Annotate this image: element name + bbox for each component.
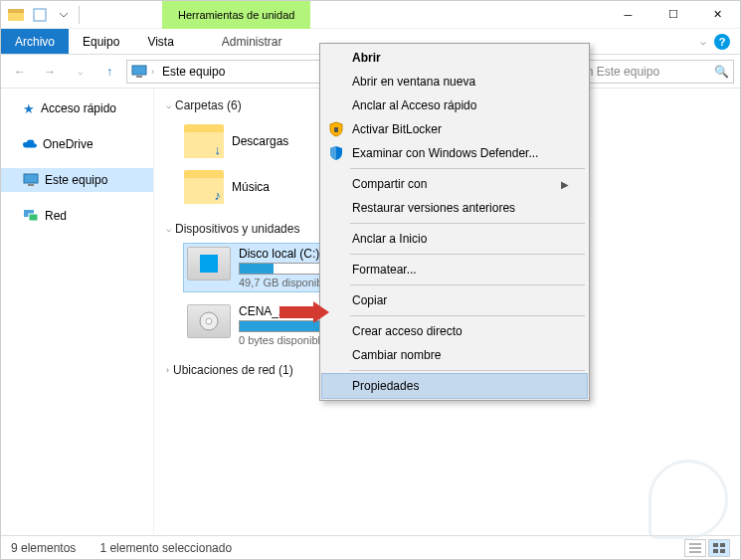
sidebar-item-onedrive[interactable]: OneDrive [1,132,153,156]
cm-format[interactable]: Formatear... [322,258,587,281]
separator [350,370,585,371]
annotation-arrow [279,301,329,323]
svg-rect-2 [34,9,46,21]
separator [350,168,585,169]
cloud-icon [23,137,37,151]
cm-create-shortcut[interactable]: Crear acceso directo [322,319,587,343]
group-title: Ubicaciones de red (1) [173,363,293,377]
folder-icon: ♪ [184,170,224,204]
tab-file[interactable]: Archivo [1,29,69,54]
navigation-pane: ★ Acceso rápido OneDrive Este equipo Red [1,89,154,534]
cm-properties[interactable]: Propiedades [322,374,587,398]
network-icon [23,209,39,223]
svg-rect-5 [24,174,38,183]
drive-fill [240,264,274,274]
svg-rect-11 [334,127,338,132]
search-icon: 🔍 [714,65,729,79]
sidebar-label: Este equipo [45,173,107,187]
title-bar: Herramientas de unidad ─ ☐ ✕ [1,1,740,29]
sidebar-item-this-pc[interactable]: Este equipo [1,168,153,192]
status-item-count: 9 elementos [11,541,76,555]
chevron-down-icon: ⌵ [166,100,171,110]
cm-restore-versions[interactable]: Restaurar versiones anteriores [322,196,587,220]
submenu-arrow-icon: ▶ [561,179,569,190]
cm-share-with[interactable]: Compartir con▶ [322,172,587,196]
search-input[interactable]: en Este equipo 🔍 [575,60,734,84]
star-icon: ★ [23,101,35,116]
sidebar-label: Red [45,209,67,223]
cm-copy[interactable]: Copiar [322,288,587,312]
pc-icon [131,65,147,79]
sidebar-item-network[interactable]: Red [1,204,153,228]
quick-access-toolbar [1,6,102,24]
maximize-button[interactable]: ☐ [650,1,695,29]
cm-bitlocker[interactable]: Activar BitLocker [322,117,587,141]
close-button[interactable]: ✕ [695,1,740,29]
svg-rect-3 [132,66,146,75]
svg-rect-8 [29,214,38,221]
cm-defender-scan[interactable]: Examinar con Windows Defender... [322,141,587,165]
minimize-button[interactable]: ─ [606,1,650,29]
view-toggles [684,539,730,557]
status-bar: 9 elementos 1 elemento seleccionado [1,535,740,559]
pc-icon [23,173,39,187]
drive-icon [187,247,231,280]
cm-pin-start[interactable]: Anclar a Inicio [322,227,587,251]
svg-rect-12 [713,543,718,547]
nav-back-button[interactable]: ← [7,59,33,85]
chevron-right-icon[interactable]: › [151,67,154,77]
svg-point-10 [206,318,212,324]
chevron-down-icon: ⌵ [166,224,171,234]
context-menu: Abrir Abrir en ventana nueva Anclar al A… [319,43,590,401]
separator [350,254,585,255]
folder-label: Música [232,180,270,194]
cm-open-new-window[interactable]: Abrir en ventana nueva [322,70,587,93]
nav-recent-dropdown[interactable]: ⌵ [67,59,93,85]
properties-icon[interactable] [31,6,49,24]
tab-computer[interactable]: Equipo [69,29,133,54]
help-icon[interactable]: ? [714,34,730,50]
breadcrumb-thispc[interactable]: Este equipo [158,65,229,79]
svg-rect-14 [713,549,718,553]
tab-view[interactable]: Vista [133,29,187,54]
shield-lock-icon [327,120,345,138]
group-title: Dispositivos y unidades [175,222,299,236]
cm-pin-quick-access[interactable]: Anclar al Acceso rápido [322,93,587,117]
music-note-icon: ♪ [215,188,222,203]
separator [350,315,585,316]
app-icon[interactable] [7,6,25,24]
folder-icon: ↓ [184,124,224,158]
separator [350,223,585,224]
cm-rename[interactable]: Cambiar nombre [322,343,587,367]
cm-open[interactable]: Abrir [322,46,587,70]
download-arrow-icon: ↓ [215,142,222,157]
window-controls: ─ ☐ ✕ [606,1,740,29]
separator [350,284,585,285]
sidebar-label: OneDrive [43,137,93,151]
svg-rect-6 [28,184,34,186]
tab-manage[interactable]: Administrar [202,29,302,54]
view-tiles-button[interactable] [708,539,730,557]
svg-rect-13 [720,543,725,547]
view-details-button[interactable] [684,539,706,557]
contextual-tab-drive-tools: Herramientas de unidad [162,1,310,29]
defender-shield-icon [327,144,345,162]
nav-up-button[interactable]: ↑ [96,59,122,85]
ribbon-expand-icon[interactable]: ⌵ [700,36,706,47]
nav-forward-button[interactable]: → [37,59,63,85]
svg-rect-1 [8,9,24,13]
svg-rect-15 [720,549,725,553]
ribbon-right: ⌵ ? [690,29,740,54]
dvd-drive-icon [187,304,231,338]
svg-rect-4 [136,76,142,78]
status-selected: 1 elemento seleccionado [99,541,232,555]
sidebar-item-quick-access[interactable]: ★ Acceso rápido [1,96,153,120]
qat-dropdown-icon[interactable] [55,6,73,24]
chevron-right-icon: › [166,365,169,375]
sidebar-label: Acceso rápido [41,101,116,115]
folder-label: Descargas [232,134,288,148]
group-title: Carpetas (6) [175,98,242,112]
search-placeholder: en Este equipo [580,65,659,79]
divider [79,6,96,24]
